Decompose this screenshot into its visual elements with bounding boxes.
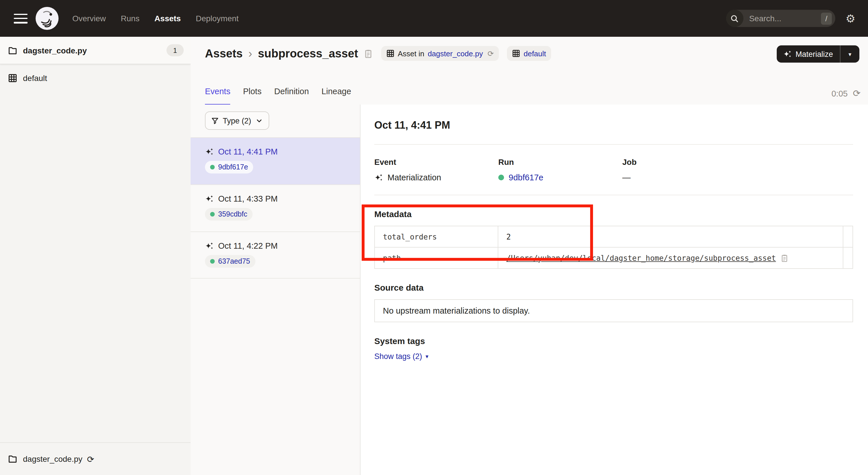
page-title: subprocess_asset — [258, 47, 358, 60]
metadata-heading: Metadata — [374, 209, 853, 219]
show-tags-toggle[interactable]: Show tags (2) ▾ — [374, 352, 429, 361]
type-filter-label: Type (2) — [223, 116, 251, 125]
dagster-logo[interactable] — [36, 7, 59, 30]
divider — [374, 195, 853, 195]
top-nav: Overview Runs Assets Deployment / ⚙ — [0, 0, 868, 37]
group-label: default — [23, 73, 47, 82]
sparkle-icon — [783, 50, 792, 58]
source-data-empty-state: No upstream materializations to display. — [374, 299, 853, 322]
grid-icon — [8, 73, 17, 82]
job-column-label: Job — [622, 157, 746, 167]
event-detail-title: Oct 11, 4:41 PM — [374, 119, 853, 131]
event-list-item[interactable]: Oct 11, 4:33 PM 359cdbfc — [191, 184, 360, 232]
run-badge[interactable]: 9dbf617e — [205, 161, 253, 174]
run-badge[interactable]: 637aed75 — [205, 255, 255, 268]
metadata-key: total_orders — [375, 226, 498, 247]
events-list-panel: Type (2) Oct 11, 4:41 PM 9dbf617e Oct 11… — [191, 105, 361, 475]
run-badge[interactable]: 359cdbfc — [205, 208, 252, 220]
tab-bar: Events Plots Definition Lineage — [205, 87, 351, 105]
search-icon — [726, 10, 743, 27]
metadata-key: path — [375, 247, 498, 268]
metadata-table: total_orders 2 path /Users/yuhan/dev/loc… — [374, 226, 853, 269]
refresh-icon[interactable]: ⟳ — [853, 89, 861, 98]
nav-right: / ⚙ — [726, 0, 868, 37]
sidebar-footer[interactable]: dagster_code.py ⟳ — [0, 442, 191, 475]
group-tag: default — [507, 46, 551, 61]
gear-icon[interactable]: ⚙ — [846, 13, 856, 24]
tab-lineage[interactable]: Lineage — [321, 87, 351, 105]
event-detail-panel: Oct 11, 4:41 PM Event Materialization Ru… — [361, 105, 868, 475]
nav-item-deployment[interactable]: Deployment — [196, 14, 239, 23]
run-id-link[interactable]: 9dbf617e — [508, 173, 544, 182]
source-data-heading: Source data — [374, 283, 853, 292]
asset-tag-code-location-link[interactable]: dagster_code.py — [428, 49, 483, 58]
event-info-row: Event Materialization Run 9dbf617e Job — — [374, 157, 853, 182]
grid-icon — [386, 50, 394, 57]
footer-code-location-label: dagster_code.py — [23, 454, 82, 464]
run-id-link[interactable]: 9dbf617e — [218, 163, 248, 171]
nav-item-runs[interactable]: Runs — [121, 14, 140, 23]
asset-count-badge: 1 — [166, 44, 184, 56]
copy-icon[interactable] — [363, 49, 373, 58]
event-type-value: Materialization — [388, 173, 441, 182]
tab-events[interactable]: Events — [205, 87, 230, 105]
event-time: Oct 11, 4:33 PM — [218, 194, 278, 203]
search-box[interactable]: / — [726, 10, 835, 27]
materialize-dropdown-caret[interactable]: ▾ — [840, 46, 859, 63]
run-id-link[interactable]: 359cdbfc — [218, 210, 247, 218]
asset-tag-prefix: Asset in — [398, 49, 425, 58]
run-status-dot — [498, 175, 504, 180]
sparkle-icon — [374, 173, 383, 182]
funnel-icon — [211, 117, 219, 124]
refresh-timer: 0:05 ⟳ — [832, 89, 861, 98]
sidebar-item-group-default[interactable]: default — [0, 64, 191, 91]
breadcrumb-assets-link[interactable]: Assets — [205, 47, 243, 60]
nav-item-assets[interactable]: Assets — [154, 14, 181, 23]
event-list-item[interactable]: Oct 11, 4:22 PM 637aed75 — [191, 232, 360, 278]
type-filter-button[interactable]: Type (2) — [205, 112, 269, 130]
sparkle-icon — [205, 241, 214, 250]
divider — [374, 144, 853, 145]
breadcrumb: Assets › subprocess_asset Asset in dagst… — [205, 46, 551, 61]
folder-icon — [8, 454, 17, 464]
event-time: Oct 11, 4:41 PM — [218, 147, 278, 156]
tab-definition[interactable]: Definition — [274, 87, 309, 105]
reload-icon[interactable]: ⟳ — [487, 50, 494, 57]
event-list-item[interactable]: Oct 11, 4:41 PM 9dbf617e — [191, 137, 360, 184]
run-status-dot — [210, 259, 215, 264]
tab-plots[interactable]: Plots — [243, 87, 262, 105]
metadata-path-link[interactable]: /Users/yuhan/dev/local/dagster_home/stor… — [506, 254, 776, 262]
metadata-value: 2 — [506, 232, 511, 241]
grid-icon — [512, 50, 520, 57]
materialize-split-button: Materialize ▾ — [776, 46, 859, 63]
asset-header: Assets › subprocess_asset Asset in dagst… — [191, 37, 868, 105]
copy-icon[interactable] — [780, 254, 788, 262]
system-tags-heading: System tags — [374, 336, 853, 346]
nav-item-overview[interactable]: Overview — [72, 14, 106, 23]
materialize-label: Materialize — [795, 50, 833, 58]
source-data-empty-text: No upstream materializations to display. — [383, 306, 530, 315]
sparkle-icon — [205, 195, 214, 203]
event-time: Oct 11, 4:22 PM — [218, 241, 278, 250]
materialize-button[interactable]: Materialize — [776, 46, 840, 63]
table-row: total_orders 2 — [375, 226, 852, 247]
event-column-label: Event — [374, 157, 498, 167]
table-row: path /Users/yuhan/dev/local/dagster_home… — [375, 247, 852, 268]
group-tag-link[interactable]: default — [524, 49, 546, 58]
nav-links: Overview Runs Assets Deployment — [72, 14, 239, 23]
reload-icon[interactable]: ⟳ — [87, 455, 94, 463]
event-rows: Oct 11, 4:41 PM 9dbf617e Oct 11, 4:33 PM… — [191, 137, 360, 278]
run-column-label: Run — [498, 157, 622, 167]
run-status-dot — [210, 165, 215, 170]
sparkle-icon — [205, 147, 214, 156]
asset-definition-tag: Asset in dagster_code.py ⟳ — [381, 46, 499, 61]
search-shortcut-key: / — [821, 12, 832, 24]
hamburger-menu-icon[interactable] — [14, 13, 28, 23]
sidebar-item-code-location[interactable]: dagster_code.py 1 — [0, 37, 191, 64]
caret-down-icon: ▾ — [426, 353, 429, 360]
run-id-link[interactable]: 637aed75 — [218, 257, 250, 265]
breadcrumb-separator: › — [248, 47, 252, 60]
folder-icon — [8, 46, 17, 55]
search-input[interactable] — [748, 13, 821, 24]
code-location-label: dagster_code.py — [23, 46, 87, 55]
